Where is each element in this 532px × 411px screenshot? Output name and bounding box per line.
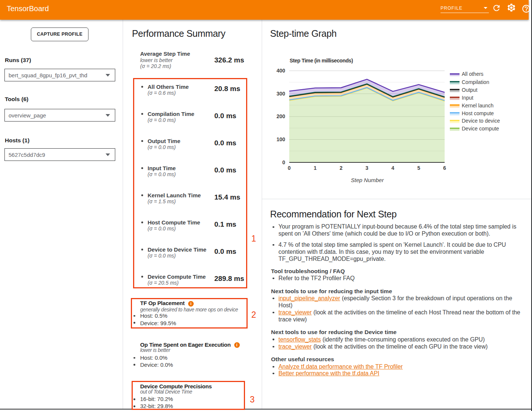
svg-text:200: 200 [277,113,286,119]
svg-text:6: 6 [443,165,446,171]
svg-text:4: 4 [391,165,394,171]
svg-text:Step Number: Step Number [351,177,384,183]
svg-text:Device compute: Device compute [462,126,499,132]
svg-text:400: 400 [277,68,286,74]
svg-text:Output: Output [462,87,477,93]
svg-text:Device to device: Device to device [462,118,500,124]
svg-text:Step Time (in milliseconds): Step Time (in milliseconds) [290,58,353,64]
svg-text:2: 2 [339,165,342,171]
svg-text:Compilation: Compilation [462,79,489,85]
svg-text:All others: All others [462,71,483,77]
svg-text:100: 100 [277,136,286,142]
svg-text:0: 0 [282,159,285,165]
svg-text:Kernel launch: Kernel launch [462,103,494,109]
svg-text:5: 5 [417,165,420,171]
svg-text:Host compute: Host compute [462,110,494,116]
svg-text:0: 0 [288,165,291,171]
svg-text:300: 300 [277,91,286,97]
svg-text:Input: Input [462,95,473,101]
svg-text:1: 1 [314,165,317,171]
svg-text:3: 3 [365,165,368,171]
